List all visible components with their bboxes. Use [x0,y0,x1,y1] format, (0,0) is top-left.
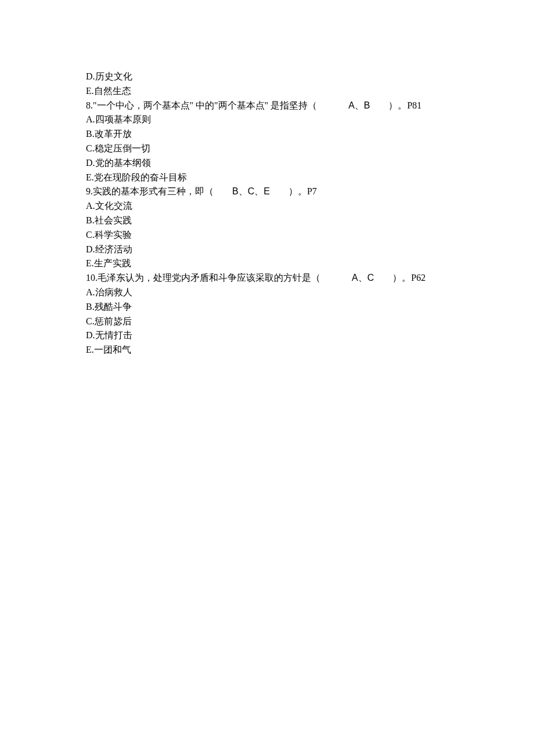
q9-option-b-text: B.社会实践 [86,215,132,225]
q9-option-d: D.经济活动 [86,243,448,257]
q7-option-e-text: E.自然生态 [86,86,131,96]
q7-option-d-text: D.历史文化 [86,71,132,81]
q8-option-b: B.改革开放 [86,127,448,142]
q8-stem-pre: 8."一个中心，两个基本点" 中的"两个基本点" 是指坚持（ [86,100,317,110]
q10-option-b-text: B.残酷斗争 [86,302,132,312]
q9-option-d-text: D.经济活动 [86,244,132,254]
q8-option-a-text: A.四项基本原则 [86,114,151,124]
q9-stem-post: ）。P7 [288,186,317,196]
q9-option-c-text: C.科学实验 [86,230,132,240]
q10-option-d: D.无情打击 [86,328,448,343]
q8-stem-post: ）。P81 [388,100,421,110]
q10-option-c-text: C.惩前毖后 [86,316,132,326]
q9-option-e: E.生产实践 [86,256,448,271]
q10-stem-pre: 10.毛泽东认为，处理党内矛盾和斗争应该采取的方针是（ [86,273,320,283]
q10-option-c: C.惩前毖后 [86,314,448,329]
q10-option-e: E.一团和气 [86,343,448,357]
q8-answer: A、B [348,100,370,110]
q8-option-a: A.四项基本原则 [86,113,448,127]
q8-option-b-text: B.改革开放 [86,129,132,139]
q10-option-d-text: D.无情打击 [86,330,132,340]
q10-stem-post: ）。P62 [392,273,425,283]
q8-option-c-text: C.稳定压倒一切 [86,143,150,153]
q10-option-a-text: A.治病救人 [86,287,132,297]
q9-answer: B、C、E [232,186,270,196]
q9-stem: 9.实践的基本形式有三种，即（B、C、E）。P7 [86,185,448,199]
q8-option-d: D.党的基本纲领 [86,156,448,171]
q8-option-d-text: D.党的基本纲领 [86,158,151,168]
q8-stem: 8."一个中心，两个基本点" 中的"两个基本点" 是指坚持（A、B）。P81 [86,99,448,113]
q7-option-e: E.自然生态 [86,84,448,99]
q9-stem-pre: 9.实践的基本形式有三种，即（ [86,186,214,196]
q9-option-c: C.科学实验 [86,228,448,243]
q9-option-a: A.文化交流 [86,199,448,214]
q9-option-e-text: E.生产实践 [86,258,131,268]
q10-option-a: A.治病救人 [86,285,448,300]
q9-option-b: B.社会实践 [86,214,448,228]
q8-option-e: E.党在现阶段的奋斗目标 [86,171,448,185]
q10-answer: A、C [352,273,374,283]
q7-option-d: D.历史文化 [86,70,448,84]
q10-option-e-text: E.一团和气 [86,345,131,355]
q8-option-e-text: E.党在现阶段的奋斗目标 [86,172,187,182]
q9-option-a-text: A.文化交流 [86,201,132,211]
q10-option-b: B.残酷斗争 [86,300,448,314]
q10-stem: 10.毛泽东认为，处理党内矛盾和斗争应该采取的方针是（A、C）。P62 [86,271,448,285]
q8-option-c: C.稳定压倒一切 [86,142,448,156]
